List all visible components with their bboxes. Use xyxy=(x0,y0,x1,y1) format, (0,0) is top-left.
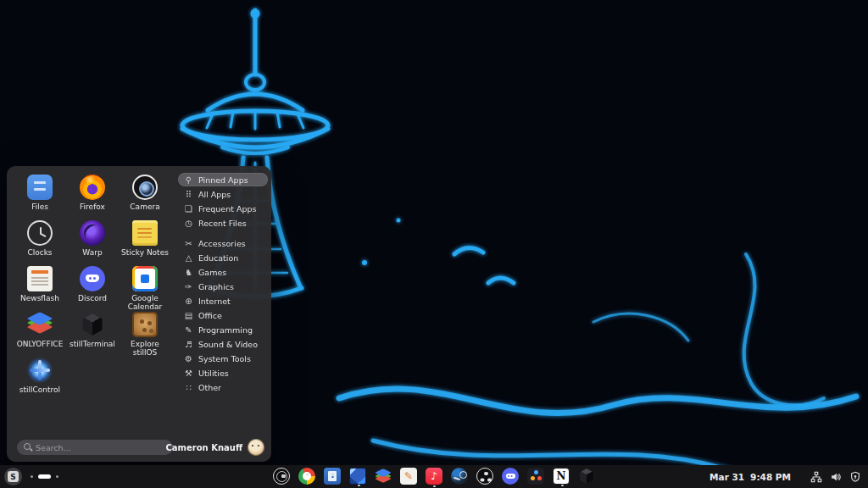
sticky-notes-icon xyxy=(132,220,158,246)
app-explore-stillos[interactable]: Explore stillOS xyxy=(119,310,171,356)
volume-icon[interactable] xyxy=(829,470,842,483)
category-label: Games xyxy=(198,268,226,277)
workspace-active-pill[interactable] xyxy=(38,474,51,479)
newsflash-icon xyxy=(27,266,53,291)
workspace-dot-1[interactable] xyxy=(31,475,33,478)
app-stillterminal[interactable]: stillTerminal xyxy=(66,310,119,356)
notion-icon[interactable]: N xyxy=(553,468,570,485)
category-graphics[interactable]: ✑ Graphics xyxy=(178,280,268,293)
pencil-glyph: ✎ xyxy=(404,471,413,481)
music-icon[interactable]: ♪ xyxy=(426,468,442,485)
app-label: Clocks xyxy=(27,248,52,257)
app-label: stillControl xyxy=(19,385,60,394)
search-icon xyxy=(24,443,31,450)
category-label: All Apps xyxy=(198,190,231,199)
category-list: ⚲ Pinned Apps ⠿ All Apps ❏ Frequent Apps… xyxy=(178,173,268,395)
app-discord[interactable]: Discord xyxy=(66,264,119,310)
app-clocks[interactable]: Clocks xyxy=(14,219,66,264)
stillcontrol-icon xyxy=(27,358,53,383)
category-system-tools[interactable]: ⚙ System Tools xyxy=(178,352,268,365)
reader-icon[interactable] xyxy=(324,468,341,485)
app-sticky-notes[interactable]: Sticky Notes xyxy=(119,219,171,264)
category-education[interactable]: △ Education xyxy=(178,251,268,264)
app-label: Explore stillOS xyxy=(119,340,171,358)
gear-icon: ⚙ xyxy=(184,354,193,363)
dots-icon: ∷ xyxy=(184,383,193,392)
terminal-cube-icon[interactable] xyxy=(579,469,594,484)
app-google-calendar[interactable]: Google Calendar xyxy=(119,264,171,310)
discord-icon[interactable] xyxy=(502,468,519,485)
app-label: stillTerminal xyxy=(70,340,115,348)
category-label: Education xyxy=(198,253,238,263)
category-label: Recent Files xyxy=(198,219,247,228)
obs-studio-icon[interactable] xyxy=(476,468,493,485)
pencil-icon: ✎ xyxy=(184,325,193,335)
category-programming[interactable]: ✎ Programming xyxy=(178,323,268,336)
google-calendar-icon xyxy=(132,266,158,291)
onlyoffice-icon[interactable] xyxy=(375,468,392,485)
stillos-logo-icon: S xyxy=(8,471,19,482)
app-newsflash[interactable]: Newsflash xyxy=(14,264,66,310)
category-label: Accessories xyxy=(198,239,246,248)
menu-launcher-button[interactable]: S xyxy=(4,468,22,485)
app-label: Files xyxy=(31,202,48,211)
app-label: Newsflash xyxy=(20,294,59,302)
text-editor-icon[interactable]: ✎ xyxy=(400,468,417,485)
category-accessories[interactable]: ✂ Accessories xyxy=(178,236,268,250)
office-icon: ▤ xyxy=(184,311,193,320)
tools-icon: ⚒ xyxy=(184,369,193,378)
category-internet[interactable]: ⊕ Internet xyxy=(178,294,268,308)
firefox-icon xyxy=(80,175,105,200)
taskbar-app-icons: ✎ ♪ N xyxy=(273,468,595,485)
graphics-icon: ✑ xyxy=(184,282,193,291)
category-other[interactable]: ∷ Other xyxy=(178,380,268,394)
category-games[interactable]: ♞ Games xyxy=(178,265,268,279)
camera-icon xyxy=(132,175,158,200)
category-frequent-apps[interactable]: ❏ Frequent Apps xyxy=(178,202,268,215)
app-firefox[interactable]: Firefox xyxy=(66,173,119,219)
security-shield-icon[interactable] xyxy=(849,470,861,483)
category-separator xyxy=(178,230,268,236)
avatar[interactable] xyxy=(248,439,264,456)
education-icon: △ xyxy=(184,253,193,263)
tray-date[interactable]: Mar 31 xyxy=(709,472,744,482)
davinci-resolve-icon[interactable] xyxy=(527,468,544,485)
category-utilities[interactable]: ⚒ Utilities xyxy=(178,366,268,380)
category-label: System Tools xyxy=(198,354,251,363)
globe-icon: ⊕ xyxy=(184,297,193,306)
category-label: Programming xyxy=(198,325,253,335)
user-area[interactable]: Cameron Knauff xyxy=(165,439,264,456)
tray-time[interactable]: 9:48 PM xyxy=(750,472,791,482)
app-label: Firefox xyxy=(80,202,105,211)
category-label: Office xyxy=(198,311,222,320)
grid-icon: ⠿ xyxy=(184,190,193,199)
app-stillcontrol[interactable]: stillControl xyxy=(14,356,66,402)
taskbar: S ✎ ♪ N Mar 31 9:48 PM xyxy=(0,465,868,488)
app-camera[interactable]: Camera xyxy=(119,173,171,219)
category-recent-files[interactable]: ◷ Recent Files xyxy=(178,216,268,230)
app-warp[interactable]: Warp xyxy=(66,219,119,264)
minecraft-icon[interactable] xyxy=(349,468,366,485)
app-menu: Files Firefox Camera Clocks Warp Sticky … xyxy=(7,166,271,462)
search-input[interactable] xyxy=(36,440,170,455)
category-pinned-apps[interactable]: ⚲ Pinned Apps xyxy=(178,173,268,186)
network-icon[interactable] xyxy=(810,470,822,483)
system-tray: Mar 31 9:48 PM xyxy=(709,465,861,488)
app-files[interactable]: Files xyxy=(14,173,66,219)
category-all-apps[interactable]: ⠿ All Apps xyxy=(178,187,268,201)
note-glyph: ♪ xyxy=(431,471,437,481)
workspace-dot-3[interactable] xyxy=(56,475,58,478)
chrome-icon[interactable] xyxy=(298,468,315,485)
app-onlyoffice[interactable]: ONLYOFFICE xyxy=(14,310,66,356)
category-label: Graphics xyxy=(198,282,234,291)
category-label: Frequent Apps xyxy=(198,204,257,214)
camera-lens-icon[interactable] xyxy=(273,468,290,485)
onlyoffice-layer xyxy=(375,474,392,483)
terminal-cube-icon xyxy=(81,313,103,336)
warp-icon xyxy=(80,220,105,246)
steam-icon[interactable] xyxy=(451,468,468,485)
category-office[interactable]: ▤ Office xyxy=(178,308,268,322)
category-sound-video[interactable]: ♬ Sound & Video xyxy=(178,337,268,351)
app-label: ONLYOFFICE xyxy=(17,340,64,348)
category-label: Sound & Video xyxy=(198,340,258,349)
